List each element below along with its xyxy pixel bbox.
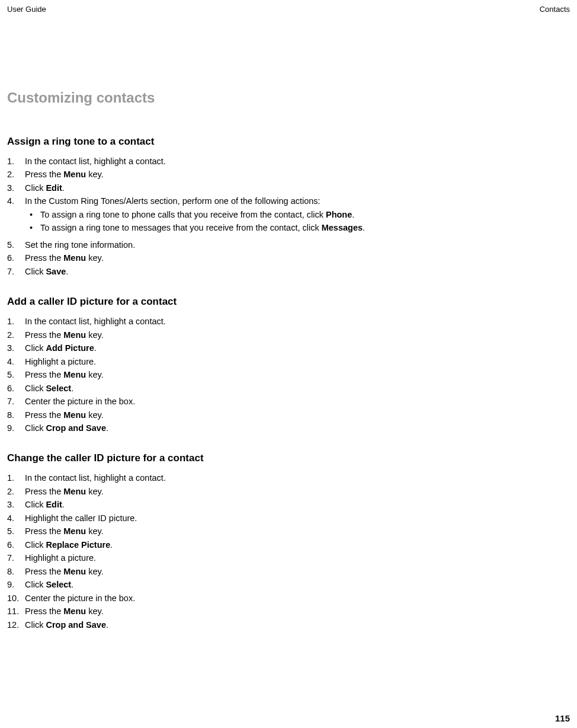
step-item: Highlight a picture. (7, 551, 570, 564)
step-item: Press the Menu key. (7, 525, 570, 538)
step-item: Click Crop and Save. (7, 618, 570, 631)
bold-text: Add Picture (46, 343, 94, 353)
page-number: 115 (555, 713, 570, 723)
section-heading: Change the caller ID picture for a conta… (7, 452, 570, 464)
step-item: Click Replace Picture. (7, 538, 570, 551)
bold-text: Menu (63, 606, 86, 616)
bold-text: Menu (63, 526, 86, 536)
bold-text: Crop and Save (46, 423, 106, 433)
step-item: Click Select. (7, 578, 570, 591)
page-header: User Guide Contacts (0, 0, 577, 18)
main-heading: Customizing contacts (7, 90, 577, 106)
bold-text: Menu (63, 487, 86, 496)
step-item: Click Add Picture. (7, 341, 570, 355)
bold-text: Menu (63, 370, 86, 379)
step-item: Press the Menu key. (7, 605, 570, 618)
step-item: Press the Menu key. (7, 565, 570, 578)
sub-item: To assign a ring tone to phone calls tha… (25, 208, 570, 221)
step-list: In the contact list, highlight a contact… (7, 315, 570, 435)
step-item: Click Select. (7, 382, 570, 395)
bold-text: Menu (63, 253, 86, 263)
bold-text: Menu (63, 330, 86, 340)
step-item: Click Edit. (7, 498, 570, 511)
section-heading: Assign a ring tone to a contact (7, 136, 570, 148)
bold-text: Menu (63, 567, 86, 576)
sub-item: To assign a ring tone to messages that y… (25, 221, 570, 234)
step-item: In the Custom Ring Tones/Alerts section,… (7, 194, 570, 234)
bold-text: Edit (46, 500, 62, 509)
sub-list: To assign a ring tone to phone calls tha… (25, 208, 570, 235)
bold-text: Replace Picture (46, 540, 110, 550)
header-right: Contacts (540, 5, 570, 14)
bold-text: Select (46, 580, 71, 589)
section-heading: Add a caller ID picture for a contact (7, 296, 570, 308)
step-list: In the contact list, highlight a contact… (7, 155, 570, 278)
bold-text: Select (46, 384, 71, 393)
step-item: Press the Menu key. (7, 408, 570, 422)
section: Add a caller ID picture for a contactIn … (0, 296, 577, 435)
bold-text: Edit (46, 183, 62, 193)
step-item: In the contact list, highlight a contact… (7, 155, 570, 168)
bold-text: Save (46, 267, 66, 276)
step-item: Press the Menu key. (7, 485, 570, 498)
section: Change the caller ID picture for a conta… (0, 452, 577, 631)
step-item: Highlight a picture. (7, 355, 570, 368)
step-item: Press the Menu key. (7, 368, 570, 381)
bold-text: Messages (322, 223, 363, 232)
step-item: Click Save. (7, 265, 570, 278)
step-item: Set the ring tone information. (7, 238, 570, 251)
bold-text: Menu (63, 410, 86, 420)
step-list: In the contact list, highlight a contact… (7, 471, 570, 631)
step-item: Press the Menu key. (7, 168, 570, 181)
step-item: Highlight the caller ID picture. (7, 512, 570, 525)
step-item: In the contact list, highlight a contact… (7, 471, 570, 484)
step-item: In the contact list, highlight a contact… (7, 315, 570, 328)
step-item: Press the Menu key. (7, 251, 570, 264)
bold-text: Phone (326, 210, 352, 219)
step-item: Click Edit. (7, 181, 570, 194)
header-left: User Guide (7, 5, 46, 14)
step-item: Center the picture in the box. (7, 592, 570, 605)
step-item: Click Crop and Save. (7, 422, 570, 435)
bold-text: Menu (63, 170, 86, 179)
bold-text: Crop and Save (46, 620, 106, 630)
step-item: Center the picture in the box. (7, 395, 570, 408)
section: Assign a ring tone to a contactIn the co… (0, 136, 577, 278)
step-item: Press the Menu key. (7, 328, 570, 341)
